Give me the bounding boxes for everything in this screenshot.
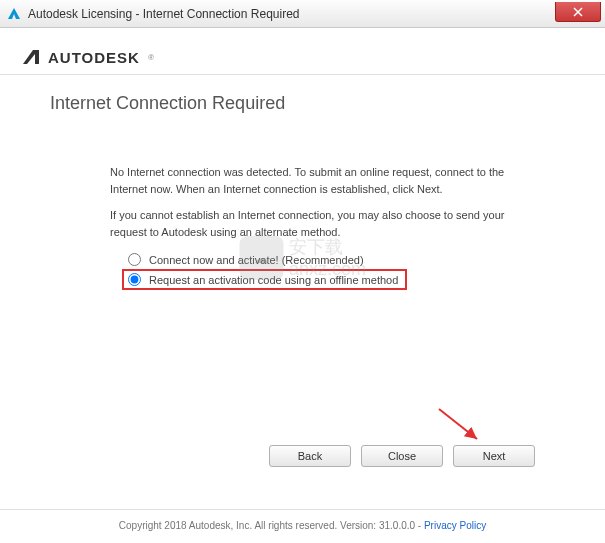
main-content: Internet Connection Required No Internet… [0, 75, 605, 290]
option-label-1: Connect now and activate! (Recommended) [149, 254, 364, 266]
brand-header: AUTODESK ® [0, 28, 605, 75]
copyright-text: Copyright 2018 Autodesk, Inc. All rights… [119, 520, 424, 531]
option-offline[interactable]: Request an activation code using an offl… [128, 273, 398, 286]
privacy-policy-link[interactable]: Privacy Policy [424, 520, 486, 531]
trademark-icon: ® [148, 53, 154, 62]
radio-connect-now[interactable] [128, 253, 141, 266]
app-icon [6, 6, 22, 22]
paragraph-1: No Internet connection was detected. To … [110, 164, 525, 197]
option-connect-now[interactable]: Connect now and activate! (Recommended) [128, 250, 555, 269]
annotation-arrow-icon [437, 407, 487, 447]
back-button[interactable]: Back [269, 445, 351, 467]
radio-options: Connect now and activate! (Recommended) … [128, 250, 555, 290]
window-title: Autodesk Licensing - Internet Connection… [28, 7, 300, 21]
option-label-2: Request an activation code using an offl… [149, 274, 398, 286]
brand-name: AUTODESK [48, 49, 140, 66]
close-button[interactable]: Close [361, 445, 443, 467]
svg-line-0 [439, 409, 477, 439]
radio-offline[interactable] [128, 273, 141, 286]
window-titlebar: Autodesk Licensing - Internet Connection… [0, 0, 605, 28]
next-button[interactable]: Next [453, 445, 535, 467]
paragraph-2: If you cannot establish an Internet conn… [110, 207, 525, 240]
page-title: Internet Connection Required [50, 93, 555, 114]
autodesk-logo-icon [22, 48, 40, 66]
highlighted-option-box: Request an activation code using an offl… [122, 269, 407, 290]
button-row: Back Close Next [269, 445, 535, 467]
close-window-button[interactable] [555, 2, 601, 22]
body-text: No Internet connection was detected. To … [110, 164, 525, 240]
footer: Copyright 2018 Autodesk, Inc. All rights… [0, 509, 605, 539]
